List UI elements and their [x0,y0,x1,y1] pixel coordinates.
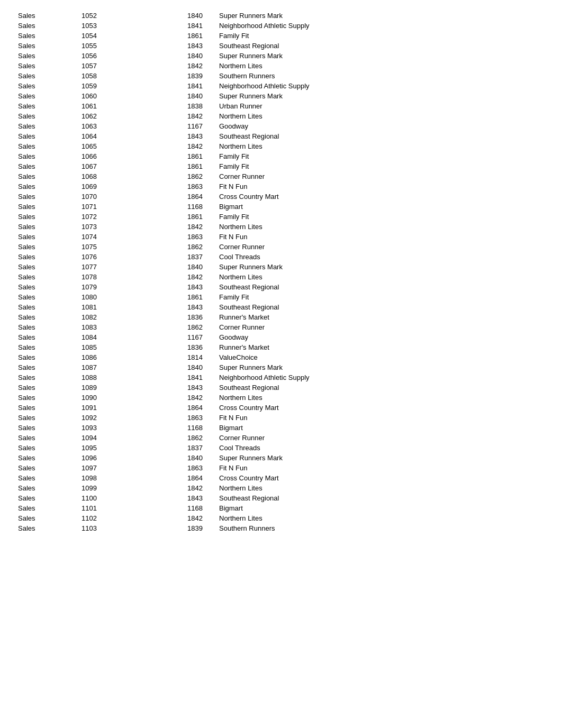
table-row: Sales10911864Cross Country Mart [16,403,546,413]
row-code: 1840 [185,453,217,463]
row-name: ValueChoice [217,352,546,362]
row-name: Southeast Regional [217,41,546,51]
table-row: Sales10881841Neighborhood Athletic Suppl… [16,372,546,383]
row-type: Sales [16,161,79,171]
row-type: Sales [16,383,79,393]
row-id: 1067 [79,161,185,171]
row-code: 1842 [185,111,217,121]
row-id: 1082 [79,312,185,322]
table-row: Sales10541861Family Fit [16,31,546,41]
row-type: Sales [16,352,79,362]
row-name: Runner's Market [217,342,546,352]
row-type: Sales [16,41,79,51]
table-row: Sales10611838Urban Runner [16,101,546,111]
row-id: 1075 [79,242,185,252]
row-id: 1060 [79,91,185,101]
row-name: Southeast Regional [217,383,546,393]
row-code: 1840 [185,91,217,101]
row-type: Sales [16,202,79,212]
row-id: 1065 [79,141,185,151]
row-code: 1861 [185,292,217,302]
row-code: 1843 [185,493,217,503]
row-name: Cool Threads [217,443,546,453]
row-code: 1814 [185,352,217,362]
row-code: 1843 [185,131,217,141]
row-type: Sales [16,523,79,533]
row-type: Sales [16,483,79,493]
row-type: Sales [16,493,79,503]
row-name: Family Fit [217,161,546,171]
row-code: 1864 [185,403,217,413]
table-row: Sales10971863Fit N Fun [16,463,546,473]
row-type: Sales [16,513,79,523]
row-name: Neighborhood Athletic Supply [217,372,546,383]
row-name: Northern Lites [217,111,546,121]
row-name: Northern Lites [217,393,546,403]
row-name: Northern Lites [217,272,546,282]
table-row: Sales10521840Super Runners Mark [16,11,546,21]
table-row: Sales11031839Southern Runners [16,523,546,533]
row-id: 1055 [79,41,185,51]
table-row: Sales10531841Neighborhood Athletic Suppl… [16,21,546,31]
row-name: Southeast Regional [217,131,546,141]
row-name: Cross Country Mart [217,473,546,483]
row-type: Sales [16,362,79,372]
row-type: Sales [16,192,79,202]
table-row: Sales11011168Bigmart [16,503,546,513]
table-row: Sales10621842Northern Lites [16,111,546,121]
table-row: Sales10861814ValueChoice [16,352,546,362]
row-code: 1840 [185,51,217,61]
row-code: 1842 [185,272,217,282]
row-id: 1097 [79,463,185,473]
row-id: 1094 [79,433,185,443]
row-code: 1843 [185,41,217,51]
table-row: Sales10961840Super Runners Mark [16,453,546,463]
row-code: 1839 [185,523,217,533]
row-id: 1080 [79,292,185,302]
row-id: 1101 [79,503,185,513]
row-code: 1862 [185,171,217,181]
row-code: 1863 [185,413,217,423]
table-row: Sales10721861Family Fit [16,212,546,222]
table-row: Sales10671861Family Fit [16,161,546,171]
row-id: 1058 [79,71,185,81]
row-name: Family Fit [217,31,546,41]
row-name: Cool Threads [217,252,546,262]
table-row: Sales10741863Fit N Fun [16,232,546,242]
row-type: Sales [16,463,79,473]
row-type: Sales [16,282,79,292]
row-name: Northern Lites [217,141,546,151]
table-row: Sales10821836Runner's Market [16,312,546,322]
row-type: Sales [16,171,79,181]
row-type: Sales [16,342,79,352]
row-type: Sales [16,81,79,91]
row-code: 1843 [185,282,217,292]
row-name: Northern Lites [217,61,546,71]
row-name: Neighborhood Athletic Supply [217,21,546,31]
row-name: Goodway [217,121,546,131]
row-code: 1861 [185,212,217,222]
table-row: Sales10731842Northern Lites [16,222,546,232]
row-name: Southern Runners [217,71,546,81]
table-row: Sales10551843Southeast Regional [16,41,546,51]
table-row: Sales10941862Corner Runner [16,433,546,443]
row-name: Southeast Regional [217,282,546,292]
row-id: 1098 [79,473,185,483]
row-code: 1842 [185,61,217,71]
row-code: 1862 [185,242,217,252]
table-row: Sales10751862Corner Runner [16,242,546,252]
table-row: Sales10581839Southern Runners [16,71,546,81]
row-name: Neighborhood Athletic Supply [217,81,546,91]
row-id: 1053 [79,21,185,31]
table-row: Sales10761837Cool Threads [16,252,546,262]
row-id: 1084 [79,332,185,342]
row-id: 1069 [79,181,185,192]
row-type: Sales [16,121,79,131]
row-name: Fit N Fun [217,413,546,423]
row-name: Super Runners Mark [217,262,546,272]
row-name: Northern Lites [217,222,546,232]
row-type: Sales [16,322,79,332]
table-row: Sales10711168Bigmart [16,202,546,212]
row-id: 1088 [79,372,185,383]
row-id: 1066 [79,151,185,161]
